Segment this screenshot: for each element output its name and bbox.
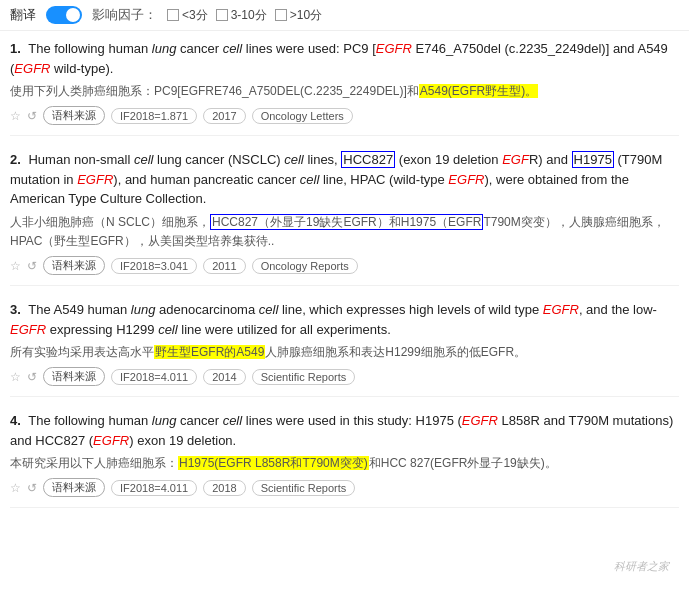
source-tag-4[interactable]: 语料来源	[43, 478, 105, 497]
filter-gt10[interactable]: >10分	[275, 7, 322, 24]
result-item-1: 1. The following human lung cancer cell …	[10, 39, 679, 136]
toggle-track[interactable]	[46, 6, 82, 24]
result-3-cn: 所有实验均采用表达高水平野生型EGFR的A549人肺腺癌细胞系和表达H1299细…	[10, 343, 679, 362]
result-3-en: 3. The A549 human lung adenocarcinoma ce…	[10, 300, 679, 339]
influence-label: 影响因子：	[92, 6, 157, 24]
journal-tag-1[interactable]: Oncology Letters	[252, 108, 353, 124]
result-item-2: 2. Human non-small cell lung cancer (NSC…	[10, 150, 679, 286]
year-tag-3[interactable]: 2014	[203, 369, 245, 385]
filter-less3-label: <3分	[182, 7, 208, 24]
if-filters: <3分 3-10分 >10分	[167, 7, 322, 24]
if-tag-1[interactable]: IF2018=1.871	[111, 108, 197, 124]
result-4-cn: 本研究采用以下人肺癌细胞系：H1975(EGFR L858R和T790M突变)和…	[10, 454, 679, 473]
year-tag-2[interactable]: 2011	[203, 258, 245, 274]
result-4-en: 4. The following human lung cancer cell …	[10, 411, 679, 450]
toggle-thumb	[66, 8, 80, 22]
checkbox-less3[interactable]	[167, 9, 179, 21]
filter-gt10-label: >10分	[290, 7, 322, 24]
result-4-meta: ☆ ↺ 语料来源 IF2018=4.011 2018 Scientific Re…	[10, 478, 679, 497]
filter-3to10[interactable]: 3-10分	[216, 7, 267, 24]
if-tag-2[interactable]: IF2018=3.041	[111, 258, 197, 274]
filter-less3[interactable]: <3分	[167, 7, 208, 24]
result-2-num: 2.	[10, 152, 21, 167]
refresh-icon-1[interactable]: ↺	[27, 109, 37, 123]
result-2-meta: ☆ ↺ 语料来源 IF2018=3.041 2011 Oncology Repo…	[10, 256, 679, 275]
watermark: 科研者之家	[614, 559, 669, 574]
source-tag-3[interactable]: 语料来源	[43, 367, 105, 386]
result-item-4: 4. The following human lung cancer cell …	[10, 411, 679, 508]
refresh-icon-3[interactable]: ↺	[27, 370, 37, 384]
if-tag-3[interactable]: IF2018=4.011	[111, 369, 197, 385]
result-3-num: 3.	[10, 302, 21, 317]
source-tag-1[interactable]: 语料来源	[43, 106, 105, 125]
star-icon-2[interactable]: ☆	[10, 259, 21, 273]
result-1-num: 1.	[10, 41, 21, 56]
source-tag-2[interactable]: 语料来源	[43, 256, 105, 275]
result-item-3: 3. The A549 human lung adenocarcinoma ce…	[10, 300, 679, 397]
result-1-en: 1. The following human lung cancer cell …	[10, 39, 679, 78]
year-tag-4[interactable]: 2018	[203, 480, 245, 496]
translate-label: 翻译	[10, 6, 36, 24]
result-2-cn: 人非小细胞肺癌（N SCLC）细胞系，HCC827（外显子19缺失EGFR）和H…	[10, 213, 679, 251]
star-icon-4[interactable]: ☆	[10, 481, 21, 495]
filter-3to10-label: 3-10分	[231, 7, 267, 24]
checkbox-3to10[interactable]	[216, 9, 228, 21]
star-icon-1[interactable]: ☆	[10, 109, 21, 123]
result-1-cn: 使用下列人类肺癌细胞系：PC9[EGFRE746_A750DEL(C.2235_…	[10, 82, 679, 101]
journal-tag-3[interactable]: Scientific Reports	[252, 369, 356, 385]
star-icon-3[interactable]: ☆	[10, 370, 21, 384]
results-list: 1. The following human lung cancer cell …	[0, 31, 689, 530]
result-2-en: 2. Human non-small cell lung cancer (NSC…	[10, 150, 679, 209]
checkbox-gt10[interactable]	[275, 9, 287, 21]
year-tag-1[interactable]: 2017	[203, 108, 245, 124]
journal-tag-2[interactable]: Oncology Reports	[252, 258, 358, 274]
translate-toggle[interactable]	[46, 6, 82, 24]
top-bar: 翻译 影响因子： <3分 3-10分 >10分	[0, 0, 689, 31]
result-3-meta: ☆ ↺ 语料来源 IF2018=4.011 2014 Scientific Re…	[10, 367, 679, 386]
refresh-icon-4[interactable]: ↺	[27, 481, 37, 495]
if-tag-4[interactable]: IF2018=4.011	[111, 480, 197, 496]
journal-tag-4[interactable]: Scientific Reports	[252, 480, 356, 496]
refresh-icon-2[interactable]: ↺	[27, 259, 37, 273]
result-1-meta: ☆ ↺ 语料来源 IF2018=1.871 2017 Oncology Lett…	[10, 106, 679, 125]
result-4-num: 4.	[10, 413, 21, 428]
